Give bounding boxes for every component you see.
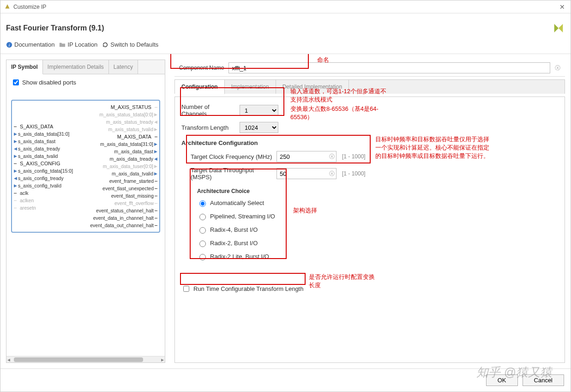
throughput-row: Target Data Throughput (MSPS) ⓧ [1 - 100…: [191, 167, 558, 181]
scroll-right-arrow-icon[interactable]: ▸: [161, 356, 164, 363]
header: Fast Fourier Transform (9.1): [0, 13, 571, 38]
transform-length-label: Transform Length: [181, 124, 236, 131]
port-l5: s_axis_config_tdata[15:0]: [18, 167, 73, 175]
documentation-link[interactable]: i Documentation: [6, 41, 54, 48]
left-content: Show disabled ports S_AXIS_DATA ▶s_axis_…: [6, 74, 165, 356]
throughput-label: Target Data Throughput (MSPS): [191, 167, 273, 181]
port-s-axis-data: S_AXIS_DATA: [20, 123, 53, 130]
port-l1: s_axis_data_tdata[31:0]: [18, 130, 70, 138]
port-aclk: aclk: [20, 189, 29, 197]
port-r11: event_tlast_missing: [111, 192, 154, 199]
port-l3: s_axis_data_tready: [18, 145, 60, 152]
clear-throughput-icon[interactable]: ⓧ: [329, 170, 335, 178]
clock-freq-row: Target Clock Frequency (MHz) ⓧ [1 - 1000…: [191, 151, 558, 162]
folder-icon: [59, 42, 66, 48]
left-tabs: IP Symbol Implementation Details Latency: [6, 60, 165, 74]
toolbar: i Documentation IP Location Switch to De…: [0, 38, 571, 54]
body: IP Symbol Implementation Details Latency…: [0, 54, 571, 368]
info-icon: i: [6, 42, 12, 48]
port-l2: s_axis_data_tlast: [18, 138, 55, 145]
port-s-axis-config: S_AXIS_CONFIG: [20, 160, 60, 167]
arch-cfg-title: Architecture Configuration: [181, 139, 558, 146]
arch-opt-radix2[interactable]: Radix-2, Burst I/O: [197, 239, 552, 247]
num-channels-label: Number of Channels: [181, 103, 236, 117]
port-r13: event_status_channel_halt: [96, 207, 154, 214]
port-r15: event_data_out_channel_halt: [90, 222, 154, 229]
cfg-body: Number of Channels 1 Transform Length 10…: [174, 96, 565, 363]
throughput-input[interactable]: [276, 168, 337, 179]
show-disabled-checkbox[interactable]: [13, 79, 19, 85]
port-m-axis-status: M_AXIS_STATUS: [111, 103, 151, 111]
port-r12: event_fft_overflow: [114, 199, 154, 207]
port-aresetn: aresetn: [20, 204, 36, 211]
port-r1: m_axis_status_tdata[0:0]: [99, 111, 153, 118]
arch-choice-title: Architecture Choice: [197, 188, 552, 194]
tab-configuration[interactable]: Configuration: [175, 80, 225, 94]
xilinx-logo-icon: [552, 22, 565, 35]
component-name-input[interactable]: [228, 62, 550, 73]
horizontal-scrollbar[interactable]: ◂ ▸: [6, 356, 165, 362]
port-r7: m_axis_data_tuser[0:0]: [103, 163, 153, 170]
port-r3: m_axis_status_tvalid: [108, 126, 153, 133]
tab-ip-symbol[interactable]: IP Symbol: [6, 60, 43, 74]
clock-freq-label: Target Clock Frequency (MHz): [191, 153, 273, 160]
refresh-icon: [102, 42, 108, 48]
component-name-label: Component Name: [179, 65, 224, 71]
ip-left-ports: S_AXIS_DATA ▶s_axis_data_tdata[31:0] ▶s_…: [14, 103, 86, 229]
transform-length-row: Transform Length 1024: [181, 122, 558, 133]
runtime-cfg-check[interactable]: Run Time Configurable Transform Length: [181, 284, 558, 293]
window-title: Customize IP: [13, 4, 558, 10]
arch-opt-radix4[interactable]: Radix-4, Burst I/O: [197, 226, 552, 234]
port-r4: m_axis_data_tdata[31:0]: [100, 140, 153, 148]
show-disabled-label: Show disabled ports: [22, 79, 76, 86]
arch-choice-box: Architecture Choice Automatically Select…: [191, 185, 558, 271]
switch-defaults-link[interactable]: Switch to Defaults: [102, 41, 158, 48]
ip-location-link[interactable]: IP Location: [59, 41, 97, 48]
port-r5: m_axis_data_tlast: [114, 148, 153, 155]
scroll-thumb[interactable]: [14, 357, 143, 362]
cfg-tabs: Configuration Implementation Detailed Im…: [174, 79, 565, 94]
port-r8: m_axis_data_tvalid: [112, 170, 153, 177]
tab-impl-details[interactable]: Implementation Details: [43, 60, 109, 74]
ip-right-ports: M_AXIS_STATUS m_axis_status_tdata[0:0]▶ …: [86, 103, 158, 229]
tab-latency[interactable]: Latency: [109, 60, 138, 74]
ok-button[interactable]: OK: [486, 374, 518, 386]
footer: OK Cancel: [0, 368, 571, 392]
port-aclken: aclken: [20, 197, 34, 204]
right-panel: Component Name ⓧ Configuration Implement…: [174, 60, 565, 363]
clear-clock-icon[interactable]: ⓧ: [329, 153, 335, 161]
tab-implementation[interactable]: Implementation: [225, 80, 276, 94]
arch-opt-pipelined[interactable]: Pipelined, Streaming I/O: [197, 212, 552, 220]
window: Customize IP ✕ Fast Fourier Transform (9…: [0, 0, 571, 392]
tab-detailed-implementation[interactable]: Detailed Implementation: [276, 80, 349, 94]
left-panel: IP Symbol Implementation Details Latency…: [6, 60, 165, 363]
arch-opt-auto[interactable]: Automatically Select: [197, 199, 552, 207]
clear-name-icon[interactable]: ⓧ: [555, 64, 560, 72]
runtime-checkbox[interactable]: [183, 286, 189, 292]
port-r2: m_axis_status_tready: [106, 118, 153, 126]
port-l7: s_axis_config_tvalid: [18, 182, 61, 189]
port-l4: s_axis_data_tvalid: [18, 152, 58, 160]
port-l6: s_axis_config_tready: [18, 175, 64, 182]
titlebar: Customize IP ✕: [0, 0, 571, 13]
port-r14: event_data_in_channel_halt: [93, 214, 154, 222]
show-disabled-ports-check[interactable]: Show disabled ports: [9, 77, 162, 88]
page-title: Fast Fourier Transform (9.1): [6, 24, 552, 32]
ip-symbol-block: S_AXIS_DATA ▶s_axis_data_tdata[31:0] ▶s_…: [11, 100, 160, 233]
num-channels-row: Number of Channels 1: [181, 103, 558, 117]
cancel-button[interactable]: Cancel: [523, 374, 564, 386]
scroll-left-arrow-icon[interactable]: ◂: [7, 356, 10, 363]
num-channels-select[interactable]: 1: [240, 105, 278, 116]
transform-length-select[interactable]: 1024: [240, 122, 278, 133]
clock-range: [1 - 1000]: [342, 153, 366, 160]
app-icon: [4, 4, 11, 10]
close-icon[interactable]: ✕: [558, 2, 567, 12]
clock-freq-input[interactable]: [276, 151, 337, 162]
throughput-range: [1 - 1000]: [342, 170, 366, 177]
port-r9: event_frame_started: [109, 177, 154, 185]
port-m-axis-data: M_AXIS_DATA: [117, 133, 151, 140]
arch-opt-radix2lite[interactable]: Radix-2 Lite, Burst I/O: [197, 253, 552, 260]
runtime-label: Run Time Configurable Transform Length: [193, 285, 303, 292]
component-name-row: Component Name ⓧ: [174, 60, 565, 77]
port-r10: event_tlast_unexpected: [102, 185, 154, 192]
